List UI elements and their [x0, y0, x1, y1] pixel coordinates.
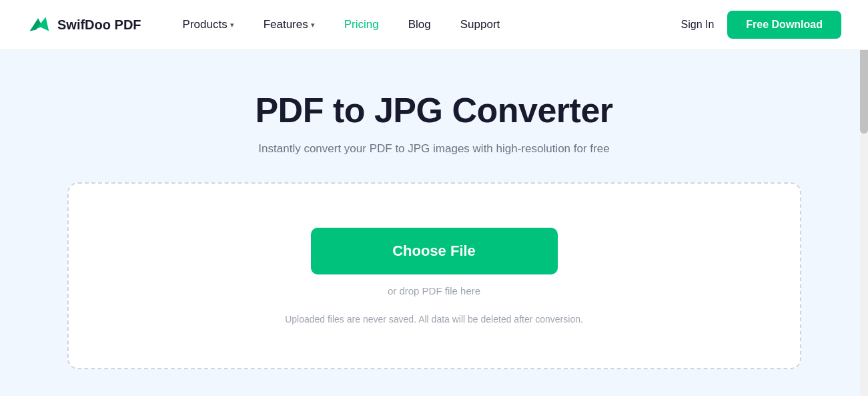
nav-label-pricing: Pricing	[344, 18, 379, 31]
choose-file-button[interactable]: Choose File	[311, 228, 558, 274]
nav-label-features: Features	[264, 18, 308, 31]
navbar: SwifDoo PDF Products ▾ Features ▾ Pricin…	[0, 0, 868, 50]
logo-text: SwifDoo PDF	[57, 17, 141, 33]
nav-link-pricing[interactable]: Pricing	[330, 0, 394, 50]
hero-subtitle: Instantly convert your PDF to JPG images…	[258, 142, 609, 156]
drop-zone: Choose File or drop PDF file here Upload…	[67, 182, 801, 369]
nav-right: Sign In Free Download	[681, 11, 842, 39]
nav-link-support[interactable]: Support	[446, 0, 515, 50]
nav-link-products[interactable]: Products ▾	[168, 0, 249, 50]
logo-icon	[27, 12, 52, 37]
nav-item-pricing[interactable]: Pricing	[330, 0, 394, 50]
nav-label-support: Support	[460, 18, 500, 31]
chevron-down-icon: ▾	[230, 21, 234, 29]
security-notice-text: Uploaded files are never saved. All data…	[285, 314, 583, 325]
nav-label-products: Products	[183, 18, 228, 31]
chevron-down-icon: ▾	[311, 21, 315, 29]
free-download-button[interactable]: Free Download	[727, 11, 841, 39]
nav-link-features[interactable]: Features ▾	[249, 0, 330, 50]
sign-in-button[interactable]: Sign In	[681, 19, 715, 31]
scrollbar[interactable]	[860, 0, 868, 396]
drop-hint-text: or drop PDF file here	[388, 285, 480, 296]
nav-item-products[interactable]: Products ▾	[168, 0, 249, 50]
nav-item-support[interactable]: Support	[446, 0, 515, 50]
svg-marker-1	[30, 19, 41, 31]
nav-item-blog[interactable]: Blog	[394, 0, 446, 50]
nav-links: Products ▾ Features ▾ Pricing Blog Suppo…	[168, 0, 681, 50]
page-title: PDF to JPG Converter	[255, 90, 612, 130]
hero-section: PDF to JPG Converter Instantly convert y…	[0, 50, 868, 396]
nav-label-blog: Blog	[408, 18, 431, 31]
nav-item-features[interactable]: Features ▾	[249, 0, 330, 50]
logo-link[interactable]: SwifDoo PDF	[27, 12, 141, 37]
nav-link-blog[interactable]: Blog	[394, 0, 446, 50]
